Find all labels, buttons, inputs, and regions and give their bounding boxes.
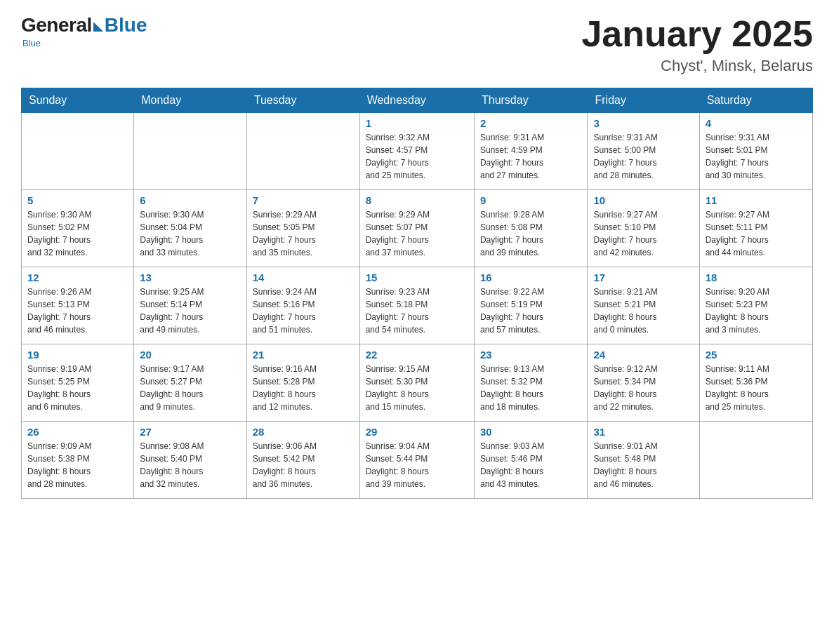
day-number: 28 bbox=[253, 426, 354, 438]
day-number: 11 bbox=[706, 194, 807, 206]
week-row-2: 5Sunrise: 9:30 AM Sunset: 5:02 PM Daylig… bbox=[22, 190, 813, 267]
calendar-cell: 28Sunrise: 9:06 AM Sunset: 5:42 PM Dayli… bbox=[246, 422, 359, 499]
day-info: Sunrise: 9:30 AM Sunset: 5:04 PM Dayligh… bbox=[140, 208, 241, 259]
calendar-cell bbox=[134, 113, 247, 190]
day-number: 16 bbox=[480, 271, 582, 283]
week-row-3: 12Sunrise: 9:26 AM Sunset: 5:13 PM Dayli… bbox=[22, 267, 813, 344]
calendar-cell: 26Sunrise: 9:09 AM Sunset: 5:38 PM Dayli… bbox=[22, 422, 134, 499]
day-info: Sunrise: 9:19 AM Sunset: 5:25 PM Dayligh… bbox=[27, 363, 128, 413]
day-info: Sunrise: 9:06 AM Sunset: 5:42 PM Dayligh… bbox=[253, 440, 354, 490]
day-info: Sunrise: 9:32 AM Sunset: 4:57 PM Dayligh… bbox=[366, 131, 468, 182]
day-number: 17 bbox=[593, 271, 693, 283]
day-info: Sunrise: 9:27 AM Sunset: 5:11 PM Dayligh… bbox=[706, 208, 807, 259]
day-number: 1 bbox=[366, 117, 468, 129]
calendar-cell: 15Sunrise: 9:23 AM Sunset: 5:18 PM Dayli… bbox=[359, 267, 474, 344]
day-info: Sunrise: 9:17 AM Sunset: 5:27 PM Dayligh… bbox=[140, 363, 241, 413]
weekday-header-wednesday: Wednesday bbox=[359, 88, 474, 113]
calendar-cell: 19Sunrise: 9:19 AM Sunset: 5:25 PM Dayli… bbox=[22, 344, 134, 422]
day-number: 27 bbox=[140, 426, 241, 438]
logo-general-text: General bbox=[21, 14, 92, 36]
day-info: Sunrise: 9:27 AM Sunset: 5:10 PM Dayligh… bbox=[593, 208, 693, 259]
logo-tagline: Blue bbox=[22, 38, 41, 48]
day-number: 9 bbox=[480, 194, 582, 206]
calendar-cell: 22Sunrise: 9:15 AM Sunset: 5:30 PM Dayli… bbox=[359, 344, 474, 422]
calendar-cell: 16Sunrise: 9:22 AM Sunset: 5:19 PM Dayli… bbox=[474, 267, 588, 344]
day-info: Sunrise: 9:13 AM Sunset: 5:32 PM Dayligh… bbox=[480, 363, 582, 413]
calendar-cell: 31Sunrise: 9:01 AM Sunset: 5:48 PM Dayli… bbox=[588, 422, 699, 499]
day-info: Sunrise: 9:12 AM Sunset: 5:34 PM Dayligh… bbox=[593, 363, 693, 413]
calendar-cell: 9Sunrise: 9:28 AM Sunset: 5:08 PM Daylig… bbox=[474, 190, 588, 267]
day-info: Sunrise: 9:21 AM Sunset: 5:21 PM Dayligh… bbox=[593, 286, 693, 336]
day-info: Sunrise: 9:26 AM Sunset: 5:13 PM Dayligh… bbox=[27, 286, 128, 336]
calendar-cell: 23Sunrise: 9:13 AM Sunset: 5:32 PM Dayli… bbox=[474, 344, 588, 422]
calendar-cell: 25Sunrise: 9:11 AM Sunset: 5:36 PM Dayli… bbox=[699, 344, 812, 422]
day-info: Sunrise: 9:25 AM Sunset: 5:14 PM Dayligh… bbox=[140, 286, 241, 336]
calendar-cell: 20Sunrise: 9:17 AM Sunset: 5:27 PM Dayli… bbox=[134, 344, 247, 422]
calendar-cell: 2Sunrise: 9:31 AM Sunset: 4:59 PM Daylig… bbox=[474, 113, 588, 190]
calendar-cell: 7Sunrise: 9:29 AM Sunset: 5:05 PM Daylig… bbox=[246, 190, 359, 267]
location-text: Chyst', Minsk, Belarus bbox=[581, 57, 813, 75]
day-info: Sunrise: 9:30 AM Sunset: 5:02 PM Dayligh… bbox=[27, 208, 128, 259]
calendar-cell: 17Sunrise: 9:21 AM Sunset: 5:21 PM Dayli… bbox=[588, 267, 699, 344]
day-info: Sunrise: 9:11 AM Sunset: 5:36 PM Dayligh… bbox=[706, 363, 807, 413]
calendar-cell: 21Sunrise: 9:16 AM Sunset: 5:28 PM Dayli… bbox=[246, 344, 359, 422]
day-number: 14 bbox=[253, 271, 354, 283]
calendar-cell bbox=[699, 422, 812, 499]
weekday-header-friday: Friday bbox=[588, 88, 699, 113]
day-number: 18 bbox=[706, 271, 807, 283]
day-number: 22 bbox=[366, 349, 468, 361]
day-number: 5 bbox=[27, 194, 128, 206]
day-number: 29 bbox=[366, 426, 468, 438]
calendar-table: SundayMondayTuesdayWednesdayThursdayFrid… bbox=[21, 88, 813, 499]
calendar-cell: 14Sunrise: 9:24 AM Sunset: 5:16 PM Dayli… bbox=[246, 267, 359, 344]
calendar-cell: 4Sunrise: 9:31 AM Sunset: 5:01 PM Daylig… bbox=[699, 113, 812, 190]
calendar-cell: 27Sunrise: 9:08 AM Sunset: 5:40 PM Dayli… bbox=[134, 422, 247, 499]
week-row-5: 26Sunrise: 9:09 AM Sunset: 5:38 PM Dayli… bbox=[22, 422, 813, 499]
day-number: 19 bbox=[27, 349, 128, 361]
calendar-cell: 5Sunrise: 9:30 AM Sunset: 5:02 PM Daylig… bbox=[22, 190, 134, 267]
day-number: 8 bbox=[366, 194, 468, 206]
day-info: Sunrise: 9:20 AM Sunset: 5:23 PM Dayligh… bbox=[706, 286, 807, 336]
day-number: 23 bbox=[480, 349, 582, 361]
calendar-cell: 3Sunrise: 9:31 AM Sunset: 5:00 PM Daylig… bbox=[588, 113, 699, 190]
weekday-header-saturday: Saturday bbox=[699, 88, 812, 113]
calendar-cell: 1Sunrise: 9:32 AM Sunset: 4:57 PM Daylig… bbox=[359, 113, 474, 190]
day-info: Sunrise: 9:29 AM Sunset: 5:05 PM Dayligh… bbox=[253, 208, 354, 259]
weekday-header-row: SundayMondayTuesdayWednesdayThursdayFrid… bbox=[22, 88, 813, 113]
day-info: Sunrise: 9:24 AM Sunset: 5:16 PM Dayligh… bbox=[253, 286, 354, 336]
weekday-header-sunday: Sunday bbox=[22, 88, 134, 113]
week-row-1: 1Sunrise: 9:32 AM Sunset: 4:57 PM Daylig… bbox=[22, 113, 813, 190]
day-number: 6 bbox=[140, 194, 241, 206]
calendar-cell: 10Sunrise: 9:27 AM Sunset: 5:10 PM Dayli… bbox=[588, 190, 699, 267]
day-number: 12 bbox=[27, 271, 128, 283]
day-info: Sunrise: 9:15 AM Sunset: 5:30 PM Dayligh… bbox=[366, 363, 468, 413]
day-number: 2 bbox=[480, 117, 582, 129]
calendar-cell: 11Sunrise: 9:27 AM Sunset: 5:11 PM Dayli… bbox=[699, 190, 812, 267]
day-info: Sunrise: 9:01 AM Sunset: 5:48 PM Dayligh… bbox=[593, 440, 693, 490]
day-number: 25 bbox=[706, 349, 807, 361]
calendar-cell: 13Sunrise: 9:25 AM Sunset: 5:14 PM Dayli… bbox=[134, 267, 247, 344]
weekday-header-monday: Monday bbox=[134, 88, 247, 113]
day-number: 3 bbox=[593, 117, 693, 129]
calendar-cell: 12Sunrise: 9:26 AM Sunset: 5:13 PM Dayli… bbox=[22, 267, 134, 344]
day-info: Sunrise: 9:29 AM Sunset: 5:07 PM Dayligh… bbox=[366, 208, 468, 259]
day-info: Sunrise: 9:23 AM Sunset: 5:18 PM Dayligh… bbox=[366, 286, 468, 336]
page-header: General Blue Blue January 2025 Chyst', M… bbox=[21, 14, 813, 75]
logo-arrow-icon bbox=[93, 22, 103, 32]
day-info: Sunrise: 9:28 AM Sunset: 5:08 PM Dayligh… bbox=[480, 208, 582, 259]
calendar-cell: 8Sunrise: 9:29 AM Sunset: 5:07 PM Daylig… bbox=[359, 190, 474, 267]
calendar-cell: 18Sunrise: 9:20 AM Sunset: 5:23 PM Dayli… bbox=[699, 267, 812, 344]
day-number: 31 bbox=[593, 426, 693, 438]
day-number: 10 bbox=[593, 194, 693, 206]
week-row-4: 19Sunrise: 9:19 AM Sunset: 5:25 PM Dayli… bbox=[22, 344, 813, 422]
calendar-cell: 6Sunrise: 9:30 AM Sunset: 5:04 PM Daylig… bbox=[134, 190, 247, 267]
day-info: Sunrise: 9:04 AM Sunset: 5:44 PM Dayligh… bbox=[366, 440, 468, 490]
day-info: Sunrise: 9:31 AM Sunset: 5:01 PM Dayligh… bbox=[706, 131, 807, 182]
calendar-cell bbox=[246, 113, 359, 190]
day-info: Sunrise: 9:31 AM Sunset: 4:59 PM Dayligh… bbox=[480, 131, 582, 182]
day-info: Sunrise: 9:22 AM Sunset: 5:19 PM Dayligh… bbox=[480, 286, 582, 336]
day-number: 24 bbox=[593, 349, 693, 361]
month-title: January 2025 bbox=[581, 14, 813, 54]
day-info: Sunrise: 9:08 AM Sunset: 5:40 PM Dayligh… bbox=[140, 440, 241, 490]
day-number: 21 bbox=[253, 349, 354, 361]
